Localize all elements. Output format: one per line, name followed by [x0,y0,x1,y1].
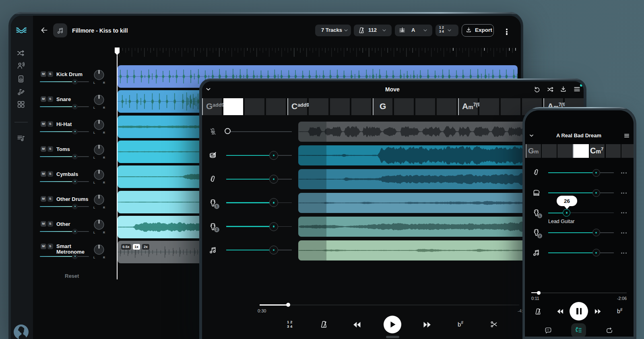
svg-text:26: 26 [564,198,570,204]
